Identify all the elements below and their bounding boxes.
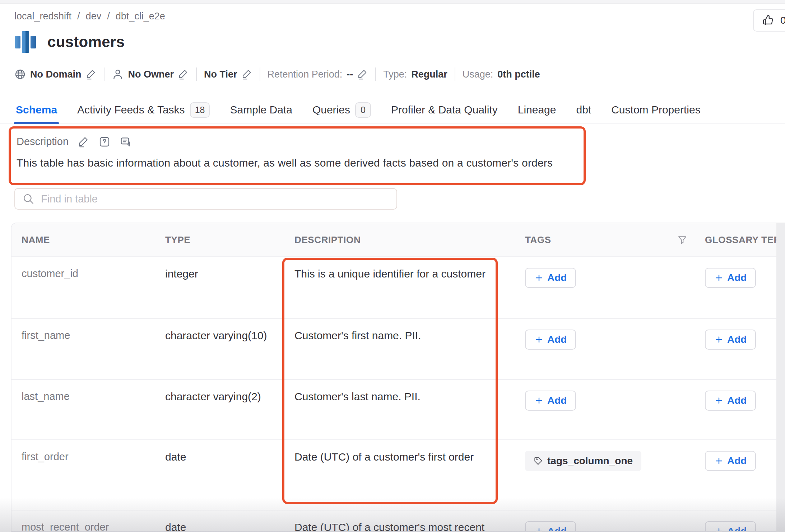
meta-divider: [196, 67, 197, 81]
request-description-button[interactable]: [99, 136, 110, 148]
add-glossary-term-button[interactable]: Add: [705, 268, 756, 288]
table-row: most_recent_order date Date (UTC) of a c…: [11, 510, 785, 532]
tab-schema[interactable]: Schema: [16, 96, 57, 123]
column-description: Date (UTC) of a customer's most recent: [284, 510, 516, 532]
title-row: customers: [14, 30, 125, 54]
description-label: Description: [17, 136, 69, 148]
column-type: character varying(2): [155, 380, 284, 439]
tab-queries[interactable]: Queries 0: [312, 96, 371, 123]
column-header-name: NAME: [11, 234, 155, 246]
tab-activity-feeds[interactable]: Activity Feeds & Tasks 18: [77, 96, 210, 123]
column-name: first_order: [11, 440, 155, 510]
add-glossary-term-button[interactable]: Add: [705, 451, 756, 471]
column-header-type: TYPE: [155, 234, 284, 246]
column-header-tags: TAGS: [516, 234, 695, 246]
table-row: first_order date Date (UTC) of a custome…: [11, 439, 785, 510]
add-tag-button[interactable]: Add: [525, 391, 576, 411]
edit-tier-button[interactable]: [242, 69, 252, 80]
edit-domain-button[interactable]: [86, 69, 97, 80]
pencil-icon: [78, 136, 89, 148]
like-button[interactable]: 0: [753, 9, 785, 32]
add-tag-button[interactable]: Add: [525, 330, 576, 350]
add-tag-button[interactable]: Add: [525, 268, 576, 288]
schema-table: NAME TYPE DESCRIPTION TAGS GLOSSARY TERM…: [11, 223, 785, 532]
add-glossary-term-button[interactable]: Add: [705, 330, 756, 350]
tags-cell: Add: [516, 510, 695, 532]
search-input[interactable]: [41, 193, 389, 205]
usage-label: Usage:: [463, 69, 493, 80]
like-count: 0: [780, 15, 785, 26]
add-label: Add: [547, 334, 567, 345]
tab-profiler[interactable]: Profiler & Data Quality: [391, 96, 498, 123]
add-label: Add: [547, 272, 567, 284]
breadcrumb: local_redshift / dev / dbt_cli_e2e: [14, 11, 165, 22]
redshift-service-icon: [14, 30, 37, 54]
tab-sample-data[interactable]: Sample Data: [230, 96, 292, 123]
breadcrumb-database-link[interactable]: dev: [86, 11, 102, 22]
tab-label: dbt: [576, 104, 591, 116]
add-tag-button[interactable]: Add: [525, 521, 576, 532]
type-label: Type:: [383, 69, 407, 80]
column-name: first_name: [11, 319, 155, 379]
edit-description-button[interactable]: [78, 136, 89, 148]
plus-icon: [534, 396, 544, 405]
tag-chip[interactable]: tags_column_one: [525, 451, 641, 471]
meta-divider: [375, 67, 376, 81]
owner-value: No Owner: [128, 69, 174, 80]
retention-value: --: [347, 69, 353, 80]
person-icon: [112, 68, 124, 80]
tab-dbt[interactable]: dbt: [576, 96, 591, 123]
globe-icon: [14, 69, 26, 80]
comment-icon: [120, 136, 131, 148]
tier-meta: No Tier: [204, 69, 252, 80]
tab-lineage[interactable]: Lineage: [518, 96, 556, 123]
table-row: last_name character varying(2) Customer'…: [11, 379, 785, 439]
tag-icon: [534, 456, 543, 466]
tags-cell: Add: [516, 257, 695, 318]
breadcrumb-schema-link[interactable]: dbt_cli_e2e: [116, 11, 165, 22]
column-name: customer_id: [11, 257, 155, 318]
add-glossary-term-button[interactable]: Add: [705, 521, 756, 532]
tab-label: Activity Feeds & Tasks: [77, 104, 185, 116]
tab-bar: Schema Activity Feeds & Tasks 18 Sample …: [0, 96, 785, 124]
tab-custom-properties[interactable]: Custom Properties: [611, 96, 700, 123]
add-label: Add: [727, 455, 747, 467]
type-value: Regular: [411, 69, 447, 80]
edit-owner-button[interactable]: [178, 69, 189, 80]
add-label: Add: [547, 526, 567, 532]
pencil-icon: [242, 69, 252, 80]
window-top-edge: [0, 0, 785, 4]
meta-divider: [455, 67, 455, 81]
find-in-table-search: [14, 188, 397, 210]
table-row: customer_id integer This is a unique ide…: [11, 256, 785, 318]
plus-icon: [534, 335, 544, 344]
breadcrumb-separator: /: [77, 11, 80, 22]
tab-label: Queries: [312, 104, 350, 116]
tags-cell: Add: [516, 380, 695, 439]
glossary-cell: Add: [695, 380, 785, 439]
entity-meta-row: No Domain No Owner No Tier Retention Per…: [14, 65, 540, 83]
domain-value: No Domain: [30, 69, 82, 80]
meta-divider: [260, 67, 260, 81]
tab-count-badge: 0: [355, 102, 371, 118]
edit-retention-button[interactable]: [357, 69, 368, 80]
type-meta: Type: Regular: [383, 69, 447, 80]
retention-meta: Retention Period: --: [268, 69, 368, 80]
glossary-cell: Add: [695, 257, 785, 318]
vertical-scrollbar[interactable]: [776, 223, 785, 532]
pencil-icon: [86, 69, 97, 80]
add-glossary-term-button[interactable]: Add: [705, 391, 756, 411]
owner-meta: No Owner: [112, 68, 189, 80]
help-icon: [99, 136, 110, 148]
filter-icon[interactable]: [677, 234, 688, 245]
add-label: Add: [547, 395, 567, 406]
plus-icon: [714, 456, 724, 466]
breadcrumb-service-link[interactable]: local_redshift: [14, 11, 71, 22]
pencil-icon: [357, 69, 368, 80]
tag-label: tags_column_one: [547, 455, 633, 467]
add-label: Add: [727, 395, 747, 406]
comments-button[interactable]: [120, 136, 131, 148]
description-text: This table has basic information about a…: [17, 157, 578, 169]
column-description: Customer's last name. PII.: [284, 380, 516, 439]
search-icon: [22, 193, 34, 205]
